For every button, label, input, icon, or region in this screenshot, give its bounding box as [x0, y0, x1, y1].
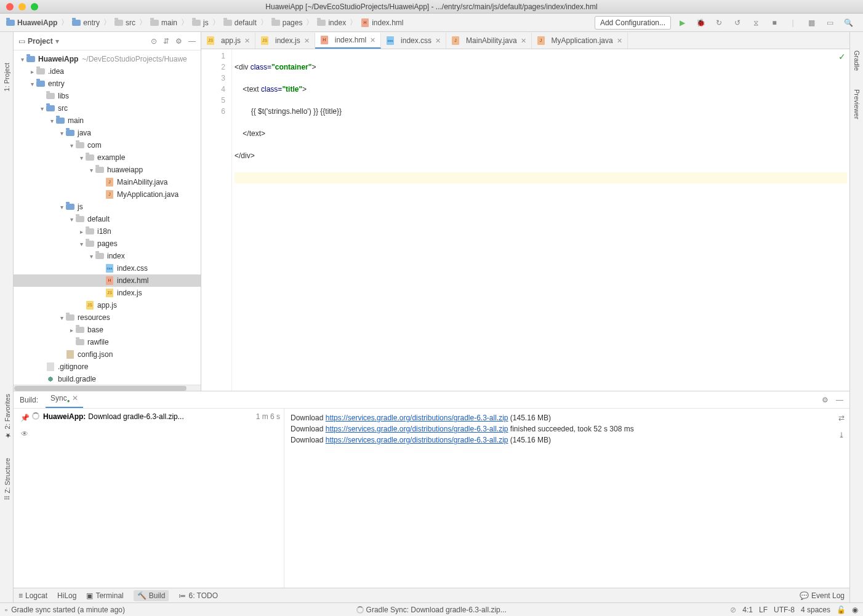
breadcrumb-entry[interactable]: entry: [70, 17, 102, 28]
debug-icon[interactable]: 🐞: [696, 18, 705, 28]
close-tab-icon[interactable]: ✕: [521, 37, 526, 45]
tree-item-HuaweiApp[interactable]: ▾HuaweiApp~/DevEcoStudioProjects/Huawe: [14, 53, 201, 65]
tree-item-MainAbility.java[interactable]: JMainAbility.java: [14, 176, 201, 188]
download-url-link[interactable]: https://services.gradle.org/distribution…: [326, 414, 508, 422]
breadcrumb-src[interactable]: src: [112, 17, 138, 28]
build-tab-sync[interactable]: Sync● ✕: [46, 391, 83, 407]
build-settings-icon[interactable]: ⚙: [822, 396, 829, 404]
tree-item-app.js[interactable]: JSapp.js: [14, 299, 201, 311]
close-tab-icon[interactable]: ✕: [244, 37, 250, 45]
line-separator[interactable]: LF: [759, 606, 768, 614]
indent-setting[interactable]: 4 spaces: [801, 606, 830, 614]
readonly-icon[interactable]: 🔓: [837, 606, 846, 614]
tree-item-index.hml[interactable]: Hindex.hml: [14, 274, 201, 287]
editor-tab-index.js[interactable]: JSindex.js✕: [255, 33, 315, 49]
tree-item-src[interactable]: ▾src: [14, 102, 201, 114]
memory-icon[interactable]: ◉: [852, 606, 858, 614]
file-encoding[interactable]: UTF-8: [774, 606, 795, 614]
tree-item-.idea[interactable]: ▸.idea: [14, 65, 201, 78]
tree-item-config.json[interactable]: config.json: [14, 348, 201, 361]
build-hide-icon[interactable]: —: [836, 396, 843, 404]
view-mode-icon[interactable]: ▭: [18, 37, 25, 46]
tree-item-default[interactable]: ▾default: [14, 213, 201, 225]
breadcrumb-default[interactable]: default: [221, 17, 259, 28]
rerun-failed-icon[interactable]: ↺: [733, 18, 742, 28]
breadcrumb-pages[interactable]: pages: [269, 17, 305, 28]
scroll-target-icon[interactable]: ⊙: [151, 37, 157, 46]
tree-item-com[interactable]: ▾com: [14, 139, 201, 151]
tree-item-MyApplication.java[interactable]: JMyApplication.java: [14, 188, 201, 201]
editor-tab-MyApplication.java[interactable]: JMyApplication.java✕: [532, 33, 628, 49]
stop-icon[interactable]: ■: [769, 18, 779, 28]
close-tab-icon[interactable]: ✕: [617, 37, 622, 45]
breadcrumb-index[interactable]: index: [315, 17, 348, 28]
build-tab[interactable]: 🔨 Build: [134, 590, 169, 601]
tree-item-pages[interactable]: ▾pages: [14, 238, 201, 250]
build-tasks-tree[interactable]: 📌 👁 HuaweiApp: Download gradle-6.3-all.z…: [14, 409, 284, 588]
dropdown-icon[interactable]: ▾: [55, 37, 59, 46]
previewer-tool-button[interactable]: Previewer: [853, 89, 861, 119]
breadcrumb-main[interactable]: main: [148, 17, 180, 28]
soft-wrap-icon[interactable]: ⇄: [838, 412, 845, 423]
hide-icon[interactable]: —: [188, 37, 196, 46]
tree-item-index.css[interactable]: cssindex.css: [14, 262, 201, 274]
tree-scrollbar[interactable]: [14, 385, 201, 391]
cancel-progress-icon[interactable]: ⊘: [730, 606, 736, 614]
project-tool-button[interactable]: 1: Project: [3, 63, 10, 91]
breadcrumb-index.hml[interactable]: Hindex.hml: [358, 17, 406, 28]
tree-item-index[interactable]: ▾index: [14, 250, 201, 262]
close-tab-icon[interactable]: ✕: [435, 37, 441, 45]
tree-item-example[interactable]: ▾example: [14, 151, 201, 164]
gradle-tool-button[interactable]: Gradle: [853, 50, 861, 71]
tree-item-.gitignore[interactable]: .gitignore: [14, 361, 201, 373]
editor-tab-index.css[interactable]: cssindex.css✕: [381, 33, 446, 49]
scroll-end-icon[interactable]: ⤓: [838, 430, 845, 441]
hilog-tab[interactable]: HiLog: [57, 591, 76, 600]
pin-icon[interactable]: 📌: [20, 414, 30, 422]
favorites-tool-button[interactable]: ★ 2: Favorites: [3, 394, 11, 439]
tree-item-java[interactable]: ▾java: [14, 127, 201, 139]
layout-icon[interactable]: ▦: [806, 18, 816, 28]
tree-item-resources[interactable]: ▾resources: [14, 311, 201, 324]
tree-item-index.js[interactable]: JSindex.js: [14, 287, 201, 299]
editor-body[interactable]: ✓ 123456 <div class="container"> <text c…: [201, 49, 849, 391]
collapse-icon[interactable]: ⇵: [163, 37, 169, 46]
tree-item-build.gradle[interactable]: build.gradle: [14, 373, 201, 385]
download-url-link[interactable]: https://services.gradle.org/distribution…: [326, 425, 508, 433]
breadcrumb-js[interactable]: js: [190, 17, 211, 28]
tree-item-entry[interactable]: ▾entry: [14, 78, 201, 90]
status-icon[interactable]: ▫: [5, 606, 7, 614]
close-tab-icon[interactable]: ✕: [370, 36, 375, 44]
close-tab-icon[interactable]: ✕: [304, 37, 310, 45]
logcat-tab[interactable]: ≡ Logcat: [18, 591, 47, 600]
eye-icon[interactable]: 👁: [21, 430, 28, 438]
tree-item-js[interactable]: ▾js: [14, 201, 201, 213]
tree-item-rawfile[interactable]: rawfile: [14, 336, 201, 348]
tree-item-huaweiapp[interactable]: ▾huaweiapp: [14, 164, 201, 176]
project-pane-label[interactable]: Project: [28, 37, 53, 46]
run-configuration-selector[interactable]: Add Configuration...: [595, 16, 671, 30]
event-log-tab[interactable]: 💬 Event Log: [800, 591, 845, 600]
rerun-icon[interactable]: ↻: [714, 18, 724, 28]
settings-icon[interactable]: ⚙: [175, 37, 182, 46]
project-tree[interactable]: ▾HuaweiApp~/DevEcoStudioProjects/Huawe▸.…: [14, 50, 201, 385]
profiler-icon[interactable]: ⧖: [751, 18, 761, 28]
editor-tab-app.js[interactable]: JSapp.js✕: [201, 33, 255, 49]
download-url-link[interactable]: https://services.gradle.org/distribution…: [326, 436, 508, 444]
tree-item-base[interactable]: ▸base: [14, 324, 201, 336]
code-area[interactable]: <div class="container"> <text class="tit…: [232, 49, 849, 391]
run-icon[interactable]: ▶: [677, 18, 687, 28]
device-icon[interactable]: ▭: [825, 18, 835, 28]
inspection-ok-icon[interactable]: ✓: [838, 52, 846, 62]
terminal-tab[interactable]: ▣ Terminal: [86, 591, 123, 600]
breadcrumb-HuaweiApp[interactable]: HuaweiApp: [4, 17, 60, 28]
build-log[interactable]: ⇄ ⤓ Download https://services.gradle.org…: [284, 409, 849, 588]
editor-tab-MainAbility.java[interactable]: JMainAbility.java✕: [446, 33, 531, 49]
caret-position[interactable]: 4:1: [742, 606, 753, 614]
todo-tab[interactable]: ≔ 6: TODO: [179, 591, 218, 600]
tree-item-i18n[interactable]: ▸i18n: [14, 225, 201, 238]
tree-item-main[interactable]: ▾main: [14, 114, 201, 127]
search-icon[interactable]: 🔍: [843, 18, 853, 28]
tree-item-libs[interactable]: libs: [14, 90, 201, 102]
structure-tool-button[interactable]: ⠿ Z: Structure: [3, 458, 11, 500]
